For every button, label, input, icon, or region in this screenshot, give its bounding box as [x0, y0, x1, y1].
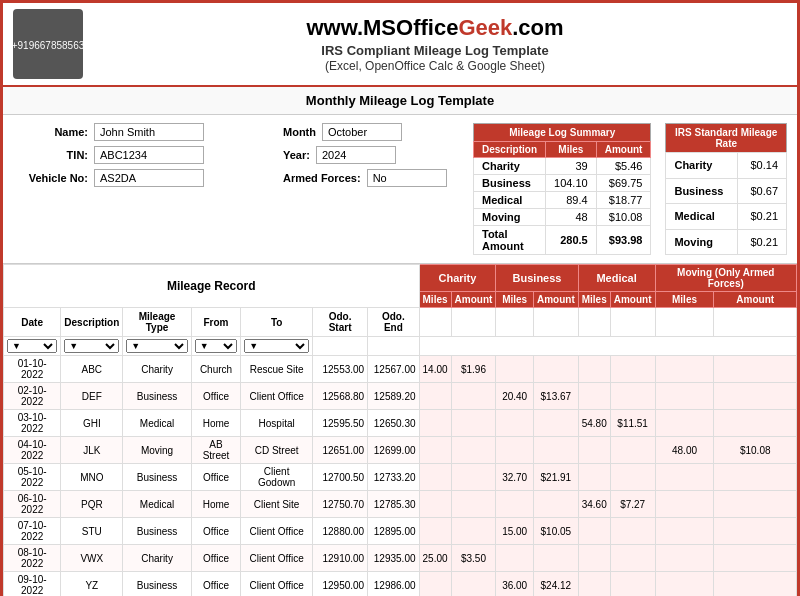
filter-desc[interactable]: ▼: [61, 337, 123, 356]
website-geek: Geek: [458, 15, 512, 40]
phone-number: +919667858563: [13, 38, 83, 53]
medical-header: Medical: [578, 265, 655, 292]
year-label: Year:: [283, 149, 310, 161]
mo-miles-header: Miles: [655, 292, 714, 308]
me-miles-header: Miles: [578, 292, 610, 308]
logo: +919667858563: [13, 9, 83, 79]
subtitle2: (Excel, OpenOffice Calc & Google Sheet): [83, 59, 787, 73]
col-bu-amt: [533, 308, 578, 337]
filter-to[interactable]: ▼: [241, 337, 313, 356]
table-row: 04-10-2022 JLK Moving AB Street CD Stree…: [4, 437, 797, 464]
summary-container: Mileage Log Summary Description Miles Am…: [473, 123, 787, 255]
filter-from[interactable]: ▼: [191, 337, 241, 356]
template-title: Monthly Mileage Log Template: [3, 87, 797, 115]
col-to: To: [241, 308, 313, 337]
name-label: Name:: [13, 126, 88, 138]
table-row: 06-10-2022 PQR Medical Home Client Site …: [4, 491, 797, 518]
summary-title: Mileage Log Summary: [474, 124, 651, 142]
col-desc-header: Description: [474, 142, 546, 158]
mileage-record-container: Mileage Record Charity Business Medical …: [3, 264, 797, 596]
irs-rate-row: Charity$0.14: [666, 153, 787, 179]
form-fields: Name: TIN: Vehicle No:: [13, 123, 273, 187]
ch-miles-header: Miles: [419, 292, 451, 308]
filter-odo-start: [313, 337, 368, 356]
col-mo-amt: [714, 308, 797, 337]
mo-amount-header: Amount: [714, 292, 797, 308]
mileage-record-title: Mileage Record: [4, 265, 420, 308]
business-header: Business: [496, 265, 578, 292]
header: +919667858563 www.MSOfficeGeek.com IRS C…: [3, 3, 797, 87]
table-row: 07-10-2022 STU Business Office Client Of…: [4, 518, 797, 545]
month-input[interactable]: [322, 123, 402, 141]
summary-row: Moving48$10.08: [474, 209, 651, 226]
col-bu-miles: [496, 308, 534, 337]
summary-row: Medical89.4$18.77: [474, 192, 651, 209]
col-me-miles: [578, 308, 610, 337]
website-url: www.MSOfficeGeek.com: [83, 15, 787, 41]
vehicle-label: Vehicle No:: [13, 172, 88, 184]
me-amount-header: Amount: [610, 292, 655, 308]
col-mileage-type: Mileage Type: [123, 308, 191, 337]
subtitle1: IRS Compliant Mileage Log Template: [83, 43, 787, 58]
total-amount: $93.98: [596, 226, 651, 255]
website-suffix: .com: [512, 15, 563, 40]
table-row: 02-10-2022 DEF Business Office Client Of…: [4, 383, 797, 410]
col-odo-start: Odo. Start: [313, 308, 368, 337]
col-mo-miles: [655, 308, 714, 337]
form-fields-right: Month Year: Armed Forces:: [283, 123, 463, 187]
irs-rate-row: Business$0.67: [666, 178, 787, 204]
mileage-summary-table: Mileage Log Summary Description Miles Am…: [473, 123, 651, 255]
col-ch-amt: [451, 308, 496, 337]
col-me-amt: [610, 308, 655, 337]
filter-date[interactable]: ▼: [4, 337, 61, 356]
col-description: Description: [61, 308, 123, 337]
table-row: 03-10-2022 GHI Medical Home Hospital 125…: [4, 410, 797, 437]
col-miles-header: Miles: [546, 142, 597, 158]
charity-header: Charity: [419, 265, 496, 292]
irs-rate-row: Medical$0.21: [666, 204, 787, 230]
vehicle-input[interactable]: [94, 169, 204, 187]
page-container: +919667858563 www.MSOfficeGeek.com IRS C…: [0, 0, 800, 596]
website-prefix: www.: [306, 15, 363, 40]
col-date: Date: [4, 308, 61, 337]
col-odo-end: Odo. End: [368, 308, 419, 337]
website-ms: MSOffice: [363, 15, 458, 40]
month-label: Month: [283, 126, 316, 138]
col-ch-miles: [419, 308, 451, 337]
summary-row: Charity39$5.46: [474, 158, 651, 175]
moving-header: Moving (Only Armed Forces): [655, 265, 796, 292]
filter-type[interactable]: ▼: [123, 337, 191, 356]
armed-input[interactable]: [367, 169, 447, 187]
total-label: Total Amount: [474, 226, 546, 255]
year-input[interactable]: [316, 146, 396, 164]
filter-odo-end: [368, 337, 419, 356]
armed-label: Armed Forces:: [283, 172, 361, 184]
table-row: 05-10-2022 MNO Business Office Client Go…: [4, 464, 797, 491]
table-row: 09-10-2022 YZ Business Office Client Off…: [4, 572, 797, 597]
col-amount-header: Amount: [596, 142, 651, 158]
name-input[interactable]: [94, 123, 204, 141]
table-row: 08-10-2022 VWX Charity Office Client Off…: [4, 545, 797, 572]
table-row: 01-10-2022 ABC Charity Church Rescue Sit…: [4, 356, 797, 383]
irs-title: IRS Standard Mileage Rate: [666, 124, 787, 153]
ch-amount-header: Amount: [451, 292, 496, 308]
bu-miles-header: Miles: [496, 292, 534, 308]
bu-amount-header: Amount: [533, 292, 578, 308]
filter-rest: [419, 337, 796, 356]
mileage-record-table: Mileage Record Charity Business Medical …: [3, 264, 797, 596]
tin-input[interactable]: [94, 146, 204, 164]
total-miles: 280.5: [546, 226, 597, 255]
col-from: From: [191, 308, 241, 337]
irs-rate-row: Moving$0.21: [666, 229, 787, 255]
summary-row: Business104.10$69.75: [474, 175, 651, 192]
irs-rate-table: IRS Standard Mileage Rate Charity$0.14Bu…: [665, 123, 787, 255]
header-title: www.MSOfficeGeek.com IRS Compliant Milea…: [83, 15, 787, 73]
tin-label: TIN:: [13, 149, 88, 161]
